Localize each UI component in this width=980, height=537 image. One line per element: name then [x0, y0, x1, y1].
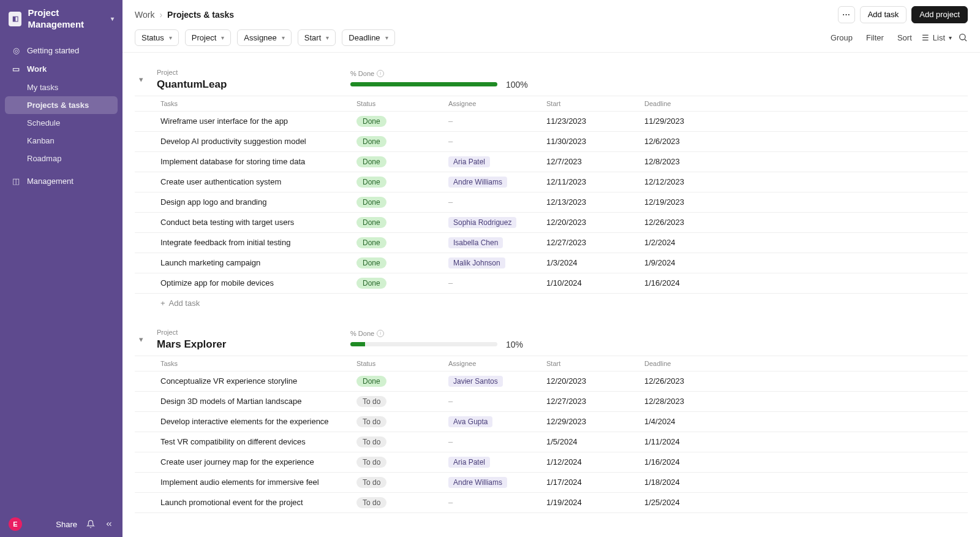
- filter-pill-deadline[interactable]: Deadline▾: [342, 29, 394, 46]
- status-badge[interactable]: Done: [356, 177, 386, 188]
- table-row[interactable]: Implement database for storing time data…: [135, 152, 968, 172]
- avatar[interactable]: E: [9, 517, 22, 531]
- start-date[interactable]: 1/10/2024: [543, 278, 641, 288]
- filter-pill-assignee[interactable]: Assignee▾: [237, 29, 291, 46]
- app-title[interactable]: Project Management ▾: [28, 7, 114, 31]
- start-date[interactable]: 11/23/2023: [543, 116, 641, 126]
- status-badge[interactable]: To do: [356, 477, 386, 488]
- add-task-button[interactable]: Add task: [860, 6, 907, 23]
- start-date[interactable]: 1/12/2024: [543, 457, 641, 467]
- status-badge[interactable]: Done: [356, 217, 386, 228]
- sidebar-item-work[interactable]: ▭ Work: [5, 60, 118, 78]
- status-badge[interactable]: To do: [356, 497, 386, 508]
- task-name[interactable]: Create user authentication system: [157, 177, 353, 186]
- status-badge[interactable]: Done: [356, 136, 386, 147]
- sidebar-item-my-tasks[interactable]: My tasks: [5, 78, 118, 96]
- deadline-date[interactable]: 1/9/2024: [641, 258, 739, 267]
- col-assignee[interactable]: Assignee: [445, 360, 543, 367]
- status-badge[interactable]: To do: [356, 416, 386, 427]
- deadline-date[interactable]: 1/4/2024: [641, 417, 739, 426]
- deadline-date[interactable]: 11/29/2023: [641, 116, 739, 126]
- start-date[interactable]: 12/29/2023: [543, 417, 641, 426]
- filter-pill-start[interactable]: Start▾: [298, 29, 336, 46]
- table-row[interactable]: Conduct beta testing with target users D…: [135, 213, 968, 233]
- add-task-row[interactable]: +Add task: [135, 294, 968, 313]
- status-badge[interactable]: Done: [356, 156, 386, 167]
- deadline-date[interactable]: 12/26/2023: [641, 376, 739, 386]
- task-name[interactable]: Optimize app for mobile devices: [157, 278, 353, 288]
- project-name[interactable]: Mars Explorer: [157, 338, 341, 351]
- start-date[interactable]: 12/27/2023: [543, 238, 641, 247]
- breadcrumb-root[interactable]: Work: [135, 10, 154, 20]
- start-date[interactable]: 1/3/2024: [543, 258, 641, 267]
- sidebar-item-roadmap[interactable]: Roadmap: [5, 150, 118, 167]
- table-row[interactable]: Wireframe user interface for the app Don…: [135, 112, 968, 132]
- add-project-button[interactable]: Add project: [911, 6, 968, 23]
- start-date[interactable]: 12/13/2023: [543, 197, 641, 207]
- info-icon[interactable]: i: [377, 330, 384, 337]
- task-name[interactable]: Develop interactive elements for the exp…: [157, 417, 353, 426]
- sort-button[interactable]: Sort: [894, 31, 916, 45]
- search-icon[interactable]: [958, 32, 968, 42]
- filter-pill-project[interactable]: Project▾: [185, 29, 231, 46]
- table-row[interactable]: Design app logo and branding Done – 12/1…: [135, 192, 968, 213]
- col-tasks[interactable]: Tasks: [157, 360, 353, 367]
- start-date[interactable]: 12/7/2023: [543, 157, 641, 166]
- start-date[interactable]: 1/19/2024: [543, 498, 641, 507]
- sidebar-item-getting-started[interactable]: ◎ Getting started: [5, 42, 118, 60]
- task-name[interactable]: Test VR compatibility on different devic…: [157, 437, 353, 446]
- deadline-date[interactable]: 12/28/2023: [641, 397, 739, 406]
- deadline-date[interactable]: 1/11/2024: [641, 437, 739, 446]
- table-row[interactable]: Create user journey map for the experien…: [135, 452, 968, 473]
- status-badge[interactable]: To do: [356, 436, 386, 448]
- status-badge[interactable]: To do: [356, 457, 386, 468]
- col-status[interactable]: Status: [353, 360, 445, 367]
- col-deadline[interactable]: Deadline: [641, 360, 739, 367]
- assignee-tag[interactable]: Malik Johnson: [448, 257, 505, 268]
- assignee-tag[interactable]: Andre Williams: [448, 177, 507, 188]
- table-row[interactable]: Create user authentication system Done A…: [135, 172, 968, 192]
- task-name[interactable]: Design app logo and branding: [157, 197, 353, 207]
- table-row[interactable]: Optimize app for mobile devices Done – 1…: [135, 273, 968, 294]
- status-badge[interactable]: Done: [356, 197, 386, 208]
- start-date[interactable]: 11/30/2023: [543, 137, 641, 146]
- task-name[interactable]: Develop AI productivity suggestion model: [157, 137, 353, 146]
- status-badge[interactable]: Done: [356, 376, 386, 387]
- more-options-button[interactable]: ⋯: [838, 6, 855, 23]
- sidebar-item-management[interactable]: ◫ Management: [5, 172, 118, 191]
- status-badge[interactable]: Done: [356, 237, 386, 248]
- view-select[interactable]: ☰ List ▾: [922, 33, 952, 42]
- col-status[interactable]: Status: [353, 100, 445, 107]
- info-icon[interactable]: i: [377, 70, 384, 77]
- table-row[interactable]: Test VR compatibility on different devic…: [135, 432, 968, 452]
- bell-icon[interactable]: [86, 519, 96, 529]
- task-name[interactable]: Wireframe user interface for the app: [157, 116, 353, 126]
- assignee-tag[interactable]: Andre Williams: [448, 477, 507, 488]
- table-row[interactable]: Launch marketing campaign Done Malik Joh…: [135, 253, 968, 273]
- table-row[interactable]: Develop interactive elements for the exp…: [135, 412, 968, 432]
- assignee-tag[interactable]: Sophia Rodriguez: [448, 217, 516, 228]
- col-tasks[interactable]: Tasks: [157, 100, 353, 107]
- start-date[interactable]: 1/5/2024: [543, 437, 641, 446]
- group-button[interactable]: Group: [827, 31, 856, 45]
- assignee-tag[interactable]: Aria Patel: [448, 156, 490, 167]
- deadline-date[interactable]: 1/25/2024: [641, 498, 739, 507]
- table-row[interactable]: Integrate feedback from initial testing …: [135, 233, 968, 253]
- task-name[interactable]: Design 3D models of Martian landscape: [157, 397, 353, 406]
- sidebar-item-schedule[interactable]: Schedule: [5, 114, 118, 132]
- deadline-date[interactable]: 1/16/2024: [641, 278, 739, 288]
- sidebar-item-projects-tasks[interactable]: Projects & tasks: [5, 96, 118, 114]
- start-date[interactable]: 12/11/2023: [543, 177, 641, 186]
- assignee-tag[interactable]: Ava Gupta: [448, 416, 492, 427]
- filter-button[interactable]: Filter: [862, 31, 888, 45]
- task-name[interactable]: Launch promotional event for the project: [157, 498, 353, 507]
- col-assignee[interactable]: Assignee: [445, 100, 543, 107]
- col-start[interactable]: Start: [543, 100, 641, 107]
- status-badge[interactable]: Done: [356, 116, 386, 127]
- task-name[interactable]: Implement database for storing time data: [157, 157, 353, 166]
- col-start[interactable]: Start: [543, 360, 641, 367]
- status-badge[interactable]: To do: [356, 396, 386, 407]
- start-date[interactable]: 12/27/2023: [543, 397, 641, 406]
- deadline-date[interactable]: 1/16/2024: [641, 457, 739, 467]
- table-row[interactable]: Design 3D models of Martian landscape To…: [135, 392, 968, 412]
